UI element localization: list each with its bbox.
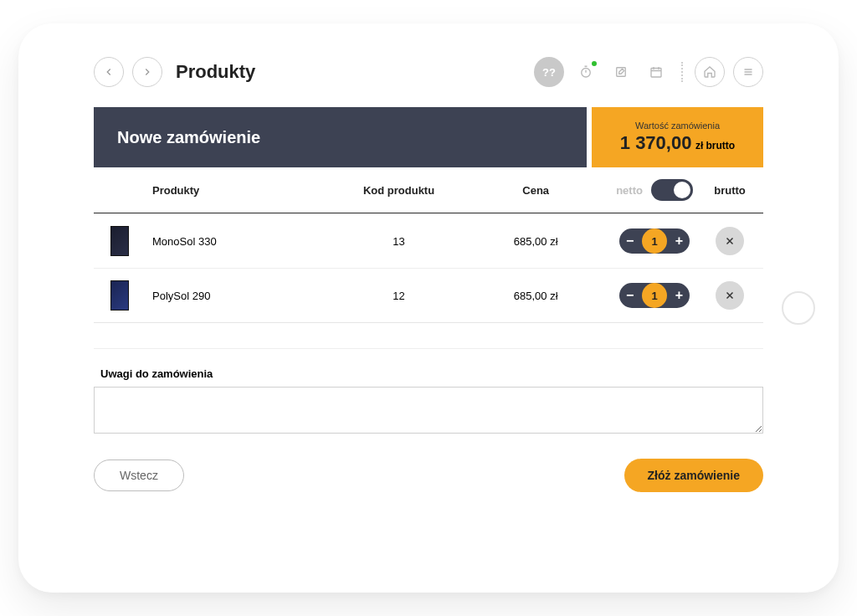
nav-back-button[interactable] xyxy=(94,57,124,87)
product-name: MonoSol 330 xyxy=(152,235,331,248)
close-icon xyxy=(724,290,736,301)
qty-increase-button[interactable]: + xyxy=(675,234,683,248)
submit-order-button[interactable]: Złóż zamówienie xyxy=(624,459,763,492)
calendar-button[interactable] xyxy=(643,59,670,85)
home-icon xyxy=(702,64,717,80)
table-header: Produkty Kod produktu Cena netto brutto xyxy=(94,167,763,213)
quantity-stepper: − 1 + xyxy=(619,283,690,308)
order-notes-section: Uwagi do zamówienia xyxy=(94,348,763,437)
qty-value: 1 xyxy=(642,228,667,254)
tablet-frame: Produkty ?? Nowe zamówienie Wartość zamó… xyxy=(18,23,839,593)
timer-icon xyxy=(578,64,593,80)
arrow-right-icon xyxy=(141,66,153,78)
product-thumb-icon xyxy=(110,280,129,311)
top-bar: Produkty ?? xyxy=(94,57,763,87)
page-title: Produkty xyxy=(176,61,255,83)
notes-textarea[interactable] xyxy=(94,387,763,434)
product-code: 13 xyxy=(331,235,468,248)
svg-rect-2 xyxy=(651,69,661,78)
menu-icon xyxy=(741,64,756,80)
nav-forward-button[interactable] xyxy=(132,57,162,87)
order-value-label: Wartość zamówienia xyxy=(635,121,720,131)
col-header-price: Cena xyxy=(467,184,604,197)
col-header-products: Produkty xyxy=(152,184,331,197)
qty-decrease-button[interactable]: − xyxy=(626,289,634,302)
order-title: Nowe zamówienie xyxy=(94,107,587,167)
qty-increase-button[interactable]: + xyxy=(675,289,683,302)
toolbar-separator xyxy=(681,62,683,82)
qty-decrease-button[interactable]: − xyxy=(626,234,634,248)
help-button[interactable]: ?? xyxy=(534,57,564,87)
col-header-code: Kod produktu xyxy=(331,184,468,197)
order-value-amount: 1 370,00 zł brutto xyxy=(620,132,735,154)
toggle-brutto-label: brutto xyxy=(705,184,755,197)
product-price: 685,00 zł xyxy=(467,290,604,302)
products-table: Produkty Kod produktu Cena netto brutto … xyxy=(94,167,763,323)
close-icon xyxy=(724,235,736,247)
table-row: MonoSol 330 13 685,00 zł − 1 + xyxy=(94,213,763,268)
remove-row-button[interactable] xyxy=(716,227,744,255)
qty-value: 1 xyxy=(642,283,667,308)
menu-button[interactable] xyxy=(733,57,763,87)
arrow-left-icon xyxy=(103,66,115,78)
order-header: Nowe zamówienie Wartość zamówienia 1 370… xyxy=(94,107,763,167)
toggle-netto-label: netto xyxy=(616,184,643,197)
product-price: 685,00 zł xyxy=(467,235,604,248)
product-name: PolySol 290 xyxy=(152,290,331,302)
back-button[interactable]: Wstecz xyxy=(94,459,184,491)
help-label: ?? xyxy=(542,66,556,79)
order-value-box: Wartość zamówienia 1 370,00 zł brutto xyxy=(592,107,763,167)
timer-button[interactable] xyxy=(572,59,599,85)
svg-rect-1 xyxy=(617,68,626,77)
edit-icon xyxy=(613,64,629,80)
device-home-button[interactable] xyxy=(782,291,815,325)
netto-brutto-toggle[interactable] xyxy=(651,179,693,201)
notification-dot-icon xyxy=(592,61,597,66)
edit-button[interactable] xyxy=(608,59,634,85)
quantity-stepper: − 1 + xyxy=(619,228,690,254)
footer-actions: Wstecz Złóż zamówienie xyxy=(94,459,763,492)
product-code: 12 xyxy=(331,290,468,302)
remove-row-button[interactable] xyxy=(716,281,744,310)
price-toggle: netto xyxy=(616,179,693,201)
calendar-icon xyxy=(649,64,664,80)
home-button[interactable] xyxy=(695,57,725,87)
notes-label: Uwagi do zamówienia xyxy=(94,367,763,380)
product-thumb-icon xyxy=(110,226,129,256)
table-row: PolySol 290 12 685,00 zł − 1 + xyxy=(94,268,763,322)
